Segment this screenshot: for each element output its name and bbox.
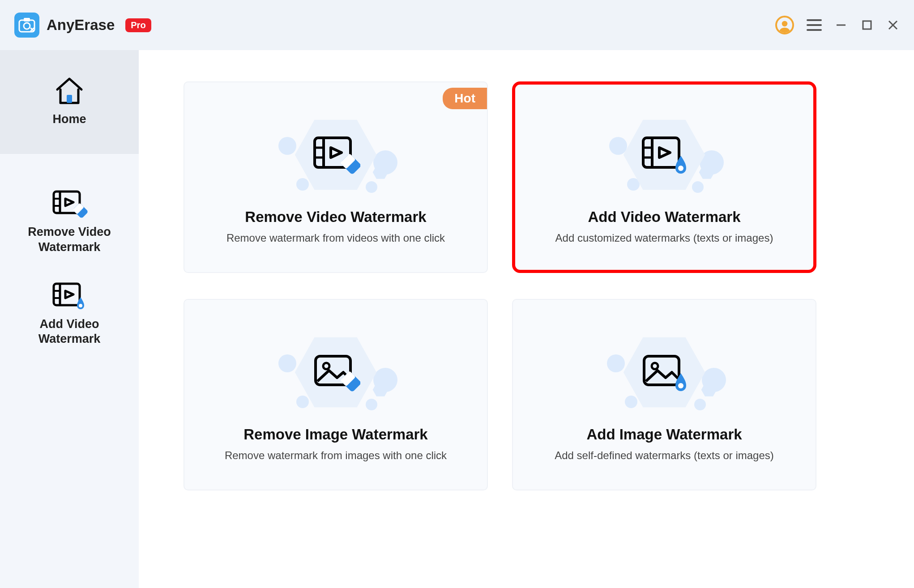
card-title: Remove Video Watermark: [245, 209, 426, 226]
svg-rect-26: [643, 138, 679, 167]
card-subtitle: Add customized watermarks (texts or imag…: [555, 232, 773, 244]
video-eraser-icon: [51, 188, 88, 219]
image-droplet-icon: [640, 352, 689, 393]
video-eraser-icon: [311, 134, 360, 175]
card-illustration: [529, 106, 800, 204]
svg-point-2: [24, 23, 30, 29]
image-eraser-icon: [311, 352, 360, 393]
card-grid: Hot: [184, 81, 878, 490]
app-body: Home Remove VideoWatermark: [0, 50, 914, 588]
card-title: Add Video Watermark: [588, 209, 740, 226]
app-logo-icon: [14, 13, 39, 38]
svg-point-36: [652, 363, 658, 369]
user-icon[interactable]: [775, 16, 794, 34]
card-remove-video-watermark[interactable]: Hot: [184, 81, 488, 273]
sidebar-item-home[interactable]: Home: [0, 50, 139, 154]
video-droplet-icon: [640, 134, 689, 175]
svg-point-30: [678, 166, 683, 171]
titlebar: AnyErase Pro: [0, 0, 914, 50]
close-icon[interactable]: [886, 18, 900, 32]
app-name: AnyErase: [47, 17, 115, 34]
svg-point-32: [323, 363, 329, 369]
svg-rect-15: [54, 284, 80, 305]
svg-point-3: [782, 21, 788, 27]
svg-rect-8: [67, 95, 72, 103]
sidebar-item-label: Home: [52, 112, 86, 127]
svg-point-19: [79, 304, 82, 307]
card-subtitle: Remove watermark from images with one cl…: [225, 449, 447, 462]
card-add-video-watermark[interactable]: Add Video Watermark Add customized water…: [512, 81, 816, 273]
main-content: Hot: [139, 50, 914, 588]
pro-badge: Pro: [125, 18, 151, 32]
sidebar-item-label: Remove VideoWatermark: [28, 225, 111, 255]
home-icon: [53, 75, 86, 107]
card-illustration: [198, 106, 474, 204]
card-title: Add Image Watermark: [586, 426, 742, 443]
logo-block: AnyErase Pro: [14, 13, 151, 38]
maximize-icon[interactable]: [860, 18, 874, 32]
sidebar-item-remove-video[interactable]: Remove VideoWatermark: [0, 176, 139, 268]
card-remove-image-watermark[interactable]: Remove Image Watermark Remove watermark …: [184, 299, 488, 490]
sidebar: Home Remove VideoWatermark: [0, 50, 139, 588]
app-window: AnyErase Pro: [0, 0, 914, 588]
svg-rect-5: [863, 21, 871, 29]
card-subtitle: Add self-defined watermarks (texts or im…: [555, 449, 774, 462]
svg-point-37: [678, 383, 683, 388]
card-title: Remove Image Watermark: [243, 426, 427, 443]
svg-rect-35: [644, 356, 679, 385]
card-illustration: [526, 323, 802, 422]
card-illustration: [198, 323, 474, 422]
svg-rect-1: [24, 18, 30, 21]
minimize-icon[interactable]: [834, 18, 848, 32]
titlebar-controls: [775, 16, 900, 34]
sidebar-item-add-video[interactable]: Add VideoWatermark: [0, 268, 139, 361]
menu-icon[interactable]: [807, 19, 822, 31]
video-droplet-icon: [51, 280, 88, 311]
card-add-image-watermark[interactable]: Add Image Watermark Add self-defined wat…: [512, 299, 816, 490]
sidebar-item-label: Add VideoWatermark: [38, 317, 101, 347]
card-subtitle: Remove watermark from videos with one cl…: [226, 232, 445, 244]
